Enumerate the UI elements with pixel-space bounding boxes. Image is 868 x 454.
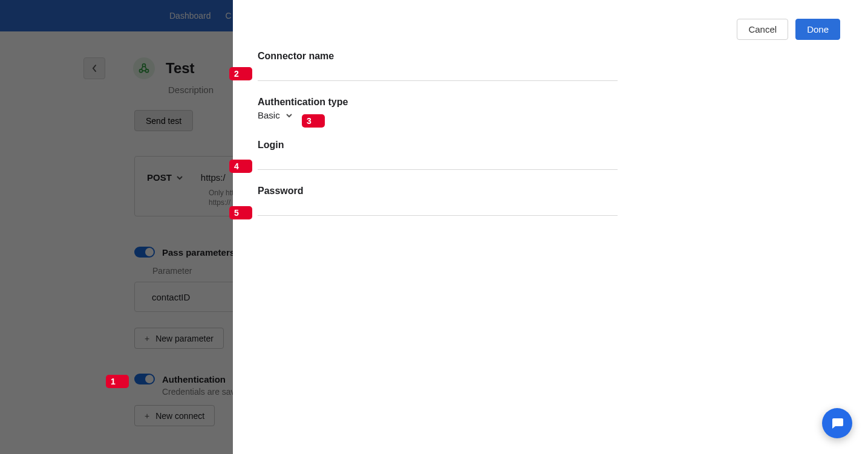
chevron-down-icon: [286, 110, 292, 120]
auth-type-value: Basic: [258, 110, 280, 120]
auth-type-label: Authentication type: [258, 97, 618, 108]
done-button[interactable]: Done: [795, 19, 840, 40]
connector-form: Connector name Authentication type Basic…: [258, 51, 618, 232]
login-input[interactable]: [258, 153, 618, 170]
help-chat-button[interactable]: [822, 408, 852, 438]
panel-actions: Cancel Done: [737, 19, 840, 40]
password-input[interactable]: [258, 199, 618, 216]
chat-icon: [830, 416, 844, 430]
marker-5: 5: [229, 206, 252, 219]
connector-name-field: Connector name: [258, 51, 618, 81]
connector-name-label: Connector name: [258, 51, 618, 62]
connector-panel: Cancel Done Connector name Authenticatio…: [233, 0, 868, 454]
cancel-button[interactable]: Cancel: [737, 19, 788, 40]
connector-name-input[interactable]: [258, 64, 618, 81]
login-label: Login: [258, 140, 618, 151]
login-field: Login: [258, 140, 618, 170]
marker-1: 1: [106, 375, 129, 388]
viewport: Dashboard C Test Description Send test P…: [0, 0, 868, 454]
marker-4: 4: [229, 160, 252, 173]
password-field: Password: [258, 186, 618, 216]
marker-3: 3: [302, 114, 325, 128]
marker-2: 2: [229, 67, 252, 80]
password-label: Password: [258, 186, 618, 196]
